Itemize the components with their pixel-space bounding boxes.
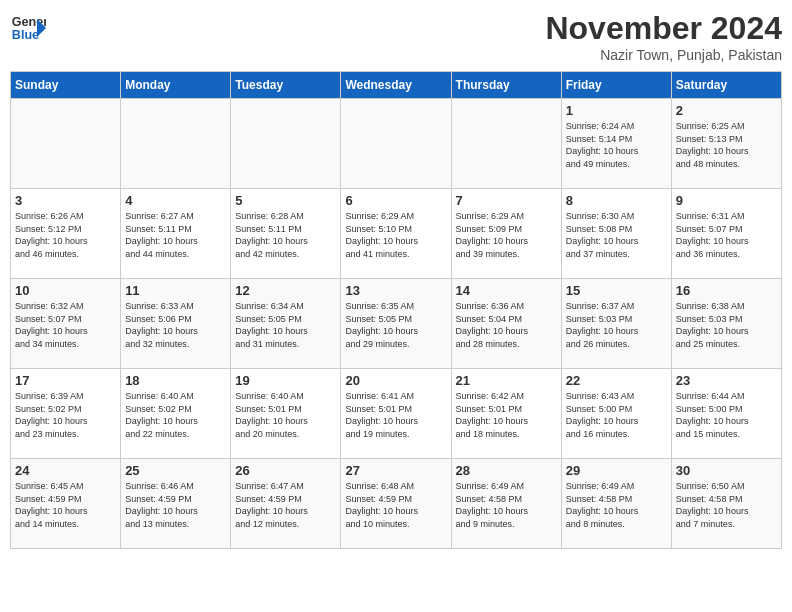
day-info: Sunrise: 6:48 AM Sunset: 4:59 PM Dayligh… — [345, 480, 446, 530]
day-cell: 17Sunrise: 6:39 AM Sunset: 5:02 PM Dayli… — [11, 369, 121, 459]
day-info: Sunrise: 6:42 AM Sunset: 5:01 PM Dayligh… — [456, 390, 557, 440]
day-number: 4 — [125, 193, 226, 208]
location: Nazir Town, Punjab, Pakistan — [545, 47, 782, 63]
day-info: Sunrise: 6:24 AM Sunset: 5:14 PM Dayligh… — [566, 120, 667, 170]
header-cell-sunday: Sunday — [11, 72, 121, 99]
day-cell: 22Sunrise: 6:43 AM Sunset: 5:00 PM Dayli… — [561, 369, 671, 459]
day-number: 7 — [456, 193, 557, 208]
day-cell — [341, 99, 451, 189]
day-cell: 18Sunrise: 6:40 AM Sunset: 5:02 PM Dayli… — [121, 369, 231, 459]
day-cell: 24Sunrise: 6:45 AM Sunset: 4:59 PM Dayli… — [11, 459, 121, 549]
header-cell-friday: Friday — [561, 72, 671, 99]
day-cell: 3Sunrise: 6:26 AM Sunset: 5:12 PM Daylig… — [11, 189, 121, 279]
day-number: 19 — [235, 373, 336, 388]
day-cell: 2Sunrise: 6:25 AM Sunset: 5:13 PM Daylig… — [671, 99, 781, 189]
day-number: 8 — [566, 193, 667, 208]
day-number: 28 — [456, 463, 557, 478]
day-cell: 7Sunrise: 6:29 AM Sunset: 5:09 PM Daylig… — [451, 189, 561, 279]
day-info: Sunrise: 6:49 AM Sunset: 4:58 PM Dayligh… — [456, 480, 557, 530]
day-cell: 11Sunrise: 6:33 AM Sunset: 5:06 PM Dayli… — [121, 279, 231, 369]
month-year: November 2024 — [545, 10, 782, 47]
header-row: SundayMondayTuesdayWednesdayThursdayFrid… — [11, 72, 782, 99]
day-cell — [11, 99, 121, 189]
day-info: Sunrise: 6:34 AM Sunset: 5:05 PM Dayligh… — [235, 300, 336, 350]
svg-text:Blue: Blue — [12, 28, 39, 42]
day-number: 25 — [125, 463, 226, 478]
day-cell: 21Sunrise: 6:42 AM Sunset: 5:01 PM Dayli… — [451, 369, 561, 459]
day-cell: 14Sunrise: 6:36 AM Sunset: 5:04 PM Dayli… — [451, 279, 561, 369]
day-info: Sunrise: 6:50 AM Sunset: 4:58 PM Dayligh… — [676, 480, 777, 530]
day-info: Sunrise: 6:38 AM Sunset: 5:03 PM Dayligh… — [676, 300, 777, 350]
day-cell: 10Sunrise: 6:32 AM Sunset: 5:07 PM Dayli… — [11, 279, 121, 369]
day-info: Sunrise: 6:29 AM Sunset: 5:09 PM Dayligh… — [456, 210, 557, 260]
day-info: Sunrise: 6:49 AM Sunset: 4:58 PM Dayligh… — [566, 480, 667, 530]
week-row-5: 24Sunrise: 6:45 AM Sunset: 4:59 PM Dayli… — [11, 459, 782, 549]
day-cell: 26Sunrise: 6:47 AM Sunset: 4:59 PM Dayli… — [231, 459, 341, 549]
day-number: 20 — [345, 373, 446, 388]
day-number: 11 — [125, 283, 226, 298]
day-number: 24 — [15, 463, 116, 478]
calendar-table: SundayMondayTuesdayWednesdayThursdayFrid… — [10, 71, 782, 549]
title-section: November 2024 Nazir Town, Punjab, Pakist… — [545, 10, 782, 63]
day-info: Sunrise: 6:47 AM Sunset: 4:59 PM Dayligh… — [235, 480, 336, 530]
day-cell: 28Sunrise: 6:49 AM Sunset: 4:58 PM Dayli… — [451, 459, 561, 549]
logo-icon: General Blue — [10, 10, 46, 46]
day-info: Sunrise: 6:43 AM Sunset: 5:00 PM Dayligh… — [566, 390, 667, 440]
day-number: 14 — [456, 283, 557, 298]
day-number: 2 — [676, 103, 777, 118]
day-info: Sunrise: 6:30 AM Sunset: 5:08 PM Dayligh… — [566, 210, 667, 260]
week-row-1: 1Sunrise: 6:24 AM Sunset: 5:14 PM Daylig… — [11, 99, 782, 189]
header-cell-saturday: Saturday — [671, 72, 781, 99]
day-cell: 4Sunrise: 6:27 AM Sunset: 5:11 PM Daylig… — [121, 189, 231, 279]
day-number: 23 — [676, 373, 777, 388]
day-number: 12 — [235, 283, 336, 298]
week-row-4: 17Sunrise: 6:39 AM Sunset: 5:02 PM Dayli… — [11, 369, 782, 459]
day-number: 5 — [235, 193, 336, 208]
day-cell: 12Sunrise: 6:34 AM Sunset: 5:05 PM Dayli… — [231, 279, 341, 369]
header-cell-monday: Monday — [121, 72, 231, 99]
day-info: Sunrise: 6:27 AM Sunset: 5:11 PM Dayligh… — [125, 210, 226, 260]
day-number: 13 — [345, 283, 446, 298]
day-number: 16 — [676, 283, 777, 298]
day-info: Sunrise: 6:45 AM Sunset: 4:59 PM Dayligh… — [15, 480, 116, 530]
day-cell: 27Sunrise: 6:48 AM Sunset: 4:59 PM Dayli… — [341, 459, 451, 549]
day-info: Sunrise: 6:33 AM Sunset: 5:06 PM Dayligh… — [125, 300, 226, 350]
day-cell: 30Sunrise: 6:50 AM Sunset: 4:58 PM Dayli… — [671, 459, 781, 549]
day-cell: 8Sunrise: 6:30 AM Sunset: 5:08 PM Daylig… — [561, 189, 671, 279]
day-info: Sunrise: 6:25 AM Sunset: 5:13 PM Dayligh… — [676, 120, 777, 170]
day-number: 22 — [566, 373, 667, 388]
day-info: Sunrise: 6:26 AM Sunset: 5:12 PM Dayligh… — [15, 210, 116, 260]
day-number: 10 — [15, 283, 116, 298]
week-row-2: 3Sunrise: 6:26 AM Sunset: 5:12 PM Daylig… — [11, 189, 782, 279]
day-cell: 13Sunrise: 6:35 AM Sunset: 5:05 PM Dayli… — [341, 279, 451, 369]
day-number: 6 — [345, 193, 446, 208]
day-info: Sunrise: 6:46 AM Sunset: 4:59 PM Dayligh… — [125, 480, 226, 530]
day-number: 27 — [345, 463, 446, 478]
header-cell-tuesday: Tuesday — [231, 72, 341, 99]
day-cell: 29Sunrise: 6:49 AM Sunset: 4:58 PM Dayli… — [561, 459, 671, 549]
day-info: Sunrise: 6:32 AM Sunset: 5:07 PM Dayligh… — [15, 300, 116, 350]
day-number: 18 — [125, 373, 226, 388]
logo: General Blue — [10, 10, 46, 46]
day-number: 30 — [676, 463, 777, 478]
day-number: 1 — [566, 103, 667, 118]
day-cell — [121, 99, 231, 189]
day-cell: 25Sunrise: 6:46 AM Sunset: 4:59 PM Dayli… — [121, 459, 231, 549]
day-number: 3 — [15, 193, 116, 208]
day-number: 26 — [235, 463, 336, 478]
week-row-3: 10Sunrise: 6:32 AM Sunset: 5:07 PM Dayli… — [11, 279, 782, 369]
day-cell: 1Sunrise: 6:24 AM Sunset: 5:14 PM Daylig… — [561, 99, 671, 189]
day-info: Sunrise: 6:28 AM Sunset: 5:11 PM Dayligh… — [235, 210, 336, 260]
day-number: 29 — [566, 463, 667, 478]
day-info: Sunrise: 6:37 AM Sunset: 5:03 PM Dayligh… — [566, 300, 667, 350]
header-cell-wednesday: Wednesday — [341, 72, 451, 99]
day-number: 15 — [566, 283, 667, 298]
day-cell — [231, 99, 341, 189]
day-cell: 19Sunrise: 6:40 AM Sunset: 5:01 PM Dayli… — [231, 369, 341, 459]
day-number: 21 — [456, 373, 557, 388]
day-cell: 9Sunrise: 6:31 AM Sunset: 5:07 PM Daylig… — [671, 189, 781, 279]
header-cell-thursday: Thursday — [451, 72, 561, 99]
day-info: Sunrise: 6:29 AM Sunset: 5:10 PM Dayligh… — [345, 210, 446, 260]
day-info: Sunrise: 6:40 AM Sunset: 5:01 PM Dayligh… — [235, 390, 336, 440]
day-info: Sunrise: 6:35 AM Sunset: 5:05 PM Dayligh… — [345, 300, 446, 350]
